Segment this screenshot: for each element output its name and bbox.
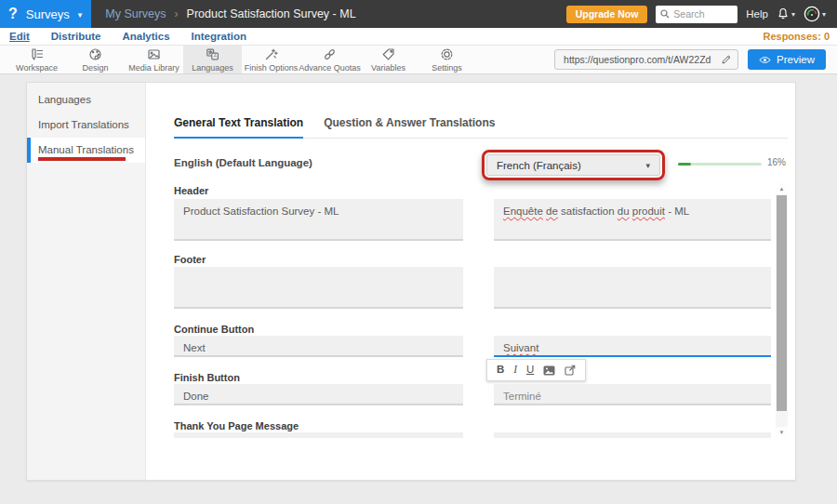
svg-text:A: A (214, 53, 218, 59)
nav-tab-edit[interactable]: Edit (9, 31, 30, 42)
breadcrumb-separator: › (175, 7, 179, 20)
finish-button-translation-input[interactable]: Terminé (494, 384, 771, 405)
pencil-icon (721, 54, 732, 65)
tool-media-library[interactable]: Media Library (125, 46, 183, 73)
survey-url-field[interactable] (555, 54, 715, 65)
scrollbar-thumb[interactable] (777, 195, 787, 411)
header-field-label: Header (174, 185, 208, 196)
bold-button[interactable]: B (497, 365, 504, 376)
scroll-down-button[interactable]: ▼ (776, 427, 788, 438)
nav-tab-integration[interactable]: Integration (192, 31, 246, 42)
tool-advance-quotas[interactable]: Advance Quotas (300, 46, 359, 73)
tool-finish-options[interactable]: Finish Options (242, 46, 300, 73)
section-nav: Edit Distribute Analytics Integration Re… (0, 28, 837, 46)
workspace-icon (30, 47, 44, 61)
continue-button-source-text: Next (174, 336, 463, 357)
magic-wand-icon (264, 47, 278, 61)
underline-button[interactable]: U (526, 365, 534, 376)
red-box-annotation: French (Français) ▾ (482, 150, 665, 180)
tool-workspace[interactable]: Workspace (7, 46, 66, 73)
red-underline-annotation (38, 157, 126, 161)
tab-question-answer-translations[interactable]: Question & Answer Translations (324, 116, 495, 138)
translation-progress-bar (678, 163, 762, 166)
source-language-label: English (Default Language) (174, 157, 312, 168)
tool-design[interactable]: Design (66, 46, 125, 73)
translations-panel: Languages Import Translations Manual Tra… (26, 82, 796, 481)
questionpro-logo-icon: ? (8, 7, 18, 21)
insert-link-icon[interactable] (565, 365, 576, 376)
translations-sidebar: Languages Import Translations Manual Tra… (27, 83, 146, 480)
breadcrumb: My Surveys › Product Satisfaction Survey… (105, 7, 355, 20)
continue-button-field-label: Continue Button (174, 324, 254, 335)
scroll-up-button[interactable]: ▲ (776, 183, 788, 194)
help-link[interactable]: Help (746, 8, 768, 20)
chevron-down-icon: ▾ (645, 161, 650, 170)
survey-title: Product Satisfaction Survey - ML (187, 7, 356, 20)
preview-button[interactable]: Preview (748, 49, 826, 70)
form-scrollbar[interactable]: ▲ ▼ (776, 183, 788, 438)
footer-source-text (174, 267, 463, 309)
tool-variables[interactable]: Variables (359, 46, 418, 73)
chevron-down-icon: ▾ (78, 10, 83, 20)
thank-you-translation-input[interactable] (494, 432, 771, 438)
product-menu[interactable]: ? Surveys ▾ (0, 0, 91, 28)
footer-translation-input[interactable] (494, 267, 771, 309)
finish-button-field-label: Finish Button (174, 372, 240, 383)
sidebar-item-import-translations[interactable]: Import Translations (27, 113, 145, 138)
target-language-select[interactable]: French (Français) ▾ (486, 154, 660, 176)
nav-tab-analytics[interactable]: Analytics (122, 31, 169, 42)
tool-languages[interactable]: A Languages (183, 46, 242, 73)
image-icon (147, 47, 161, 61)
continue-button-translation-input[interactable]: Suivant (494, 336, 771, 357)
breadcrumb-my-surveys[interactable]: My Surveys (105, 7, 166, 20)
notifications-menu[interactable]: ▾ (777, 7, 795, 20)
header-translation-input[interactable]: Enquête de satisfaction du produit - ML (494, 199, 771, 241)
search-icon (660, 9, 670, 19)
account-menu[interactable]: ▾ (804, 6, 826, 22)
nav-tab-distribute[interactable]: Distribute (51, 31, 101, 42)
survey-url-box (554, 49, 738, 70)
responses-count[interactable]: Responses: 0 (763, 31, 837, 42)
search-input[interactable] (673, 8, 733, 20)
tool-settings[interactable]: Settings (418, 46, 476, 73)
chevron-down-icon: ▾ (791, 10, 795, 19)
translation-progress-percent: 16% (767, 157, 786, 167)
upgrade-now-button[interactable]: Upgrade Now (566, 6, 648, 23)
translate-icon: A (206, 47, 219, 61)
thank-you-field-label: Thank You Page Message (174, 420, 299, 431)
translation-tabs: General Text Translation Question & Answ… (174, 116, 788, 139)
chain-links-icon (323, 47, 337, 61)
translation-progress-fill (678, 163, 691, 166)
rich-text-toolbar: B I U (486, 359, 586, 381)
bell-icon (777, 7, 790, 20)
avatar (804, 6, 820, 22)
edit-url-button[interactable] (715, 50, 737, 69)
italic-button[interactable]: I (513, 365, 517, 376)
global-search[interactable] (656, 6, 737, 23)
top-bar: ? Surveys ▾ My Surveys › Product Satisfa… (0, 0, 837, 28)
finish-button-source-text: Done (174, 384, 463, 405)
header-source-text: Product Satisfaction Survey - ML (174, 199, 463, 241)
gear-icon (440, 47, 454, 61)
sidebar-item-languages[interactable]: Languages (27, 87, 145, 113)
palette-icon (88, 47, 102, 61)
footer-field-label: Footer (174, 254, 206, 265)
edit-toolbar: Workspace Design Media Library A Languag… (0, 46, 837, 74)
eye-icon (759, 56, 771, 64)
thank-you-source-text (174, 432, 463, 438)
tag-icon (381, 47, 395, 61)
product-menu-label: Surveys (26, 7, 70, 21)
translation-content: General Text Translation Question & Answ… (146, 83, 795, 480)
insert-image-icon[interactable] (543, 365, 555, 376)
sidebar-item-manual-translations[interactable]: Manual Translations (27, 138, 145, 163)
tab-general-text-translation[interactable]: General Text Translation (174, 116, 303, 139)
chevron-down-icon: ▾ (822, 10, 826, 19)
